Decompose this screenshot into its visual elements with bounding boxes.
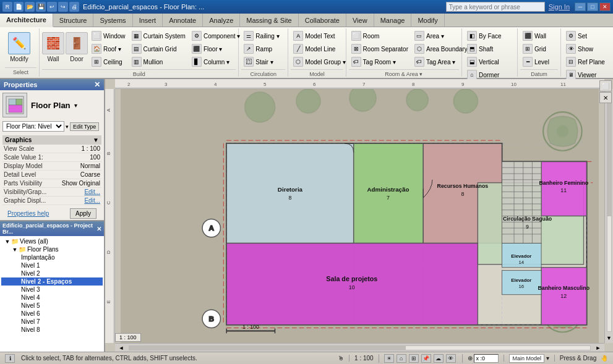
canvas-hscroll[interactable]: ◄ ► [115, 343, 604, 352]
save-icon[interactable]: 💾 [36, 2, 46, 12]
home-icon[interactable]: ⌂ [397, 354, 406, 363]
tab-modify[interactable]: Modify [411, 14, 444, 27]
open-icon[interactable]: 📂 [25, 2, 35, 12]
tag-area-button[interactable]: 🏷Tag Area ▾ [412, 56, 470, 68]
vscroll-down-button[interactable]: ▼ [605, 333, 613, 343]
level-button[interactable]: ━Level [520, 56, 552, 68]
canvas-vscroll[interactable]: ▲ ▼ [604, 89, 613, 343]
hscroll-track[interactable] [129, 345, 591, 350]
tree-item-views-all[interactable]: ▼ 📁 Views (all) [1, 237, 103, 245]
detail-level-value[interactable]: Coarse [80, 171, 100, 178]
grid-button[interactable]: ⊞Grid [520, 43, 552, 55]
room-button[interactable]: ⬜Room [349, 30, 411, 42]
canvas-area[interactable]: 2 3 4 5 6 7 8 9 10 11 A B C D E [105, 79, 613, 352]
tree-item-floor-plans[interactable]: ▼ 📁 Floor Plans [1, 245, 103, 253]
undo-icon[interactable]: ↩ [47, 2, 57, 12]
show-button[interactable]: 👁Show [564, 43, 607, 55]
properties-help-link[interactable]: Properties help [5, 209, 51, 218]
floor-plan-svg[interactable]: Diretoria 8 Administração 7 Recursos Hum… [115, 89, 604, 343]
hscroll-thumb[interactable] [129, 346, 406, 350]
tree-item-nivel3[interactable]: Nivel 3 [1, 286, 103, 294]
floor-plan-selector[interactable]: Floor Plan: Nivel 2 ▾ Edit Type [2, 121, 101, 132]
tab-insert[interactable]: Insert [133, 14, 163, 27]
tab-analyze[interactable]: Analyze [203, 14, 240, 27]
view-scale-value[interactable]: 1 : 100 [81, 145, 100, 152]
column-button[interactable]: ▊Column ▾ [189, 56, 242, 68]
floor-plan-select[interactable]: Floor Plan: Nivel 2 [2, 121, 64, 132]
mullion-button[interactable]: ▥Mullion [129, 56, 188, 68]
apply-button[interactable]: Apply [70, 208, 96, 219]
hscroll-left-button[interactable]: ◄ [115, 345, 127, 351]
tree-item-nivel7[interactable]: Nivel 7 [1, 318, 103, 326]
set-button[interactable]: ⚙Set [564, 30, 607, 42]
tree-item-nivel5[interactable]: Nivel 5 [1, 302, 103, 310]
by-face-button[interactable]: ◧By Face [465, 30, 504, 42]
scale-value-value[interactable]: 100 [90, 154, 100, 161]
model-dropdown-icon[interactable]: ▾ [546, 355, 549, 362]
ceiling-button[interactable]: ⊞Ceiling [89, 56, 128, 68]
cloud-icon[interactable]: ☁ [434, 354, 444, 363]
maximize-button[interactable]: □ [587, 2, 598, 11]
hscroll-right-button[interactable]: ► [592, 345, 604, 351]
eye-icon[interactable]: 👁 [446, 354, 456, 363]
close-view-button[interactable]: ✕ [599, 92, 612, 103]
new-icon[interactable]: 📄 [14, 2, 24, 12]
print-icon[interactable]: 🖨 [69, 2, 79, 12]
tree-item-implantacao[interactable]: Implantação [1, 253, 103, 261]
views-toggle[interactable]: ▼ [4, 239, 11, 245]
curtain-system-button[interactable]: ▦Curtain System [129, 30, 188, 42]
component-button[interactable]: ⚙Component ▾ [189, 30, 242, 42]
model-icon[interactable]: ⊞ [409, 354, 419, 363]
curtain-grid-button[interactable]: ▤Curtain Grid [129, 43, 188, 55]
modify-button[interactable]: ✏️ Modify [5, 30, 33, 64]
stair-button[interactable]: ⿵Stair ▾ [241, 56, 281, 68]
redo-icon[interactable]: ↪ [58, 2, 68, 12]
view-maximize-button[interactable]: ⬜ [599, 80, 612, 91]
edit-type-button[interactable]: Edit Type [70, 122, 99, 131]
area-button[interactable]: ▭Area ▾ [412, 30, 470, 42]
tree-item-nivel8[interactable]: Nivel 8 [1, 326, 103, 334]
vertical-button[interactable]: ⬓Vertical [465, 56, 504, 68]
model-group-button[interactable]: ⬡Model Group ▾ [291, 56, 348, 68]
window-button[interactable]: ⬜Window [89, 30, 128, 42]
minimize-button[interactable]: ─ [575, 2, 586, 11]
room-separator-button[interactable]: ⊠Room Separator [349, 43, 411, 55]
ramp-button[interactable]: ↗Ramp [241, 43, 281, 55]
model-text-button[interactable]: AModel Text [291, 30, 348, 42]
graphic-edit-link[interactable]: Edit... [84, 197, 100, 204]
railing-button[interactable]: ⚌Railing ▾ [241, 30, 281, 42]
x-coord-input[interactable] [474, 354, 499, 363]
close-button[interactable]: ✕ [599, 2, 611, 11]
tab-view[interactable]: View [346, 14, 374, 27]
tab-manage[interactable]: Manage [374, 14, 412, 27]
wall-button[interactable]: 🧱 Wall [42, 30, 64, 64]
tab-architecture[interactable]: Architecture [0, 14, 53, 27]
ref-plane-button[interactable]: ⊟Ref Plane [564, 56, 607, 68]
project-browser-close-button[interactable]: ✕ [96, 226, 101, 232]
parts-visibility-value[interactable]: Show Original [62, 180, 100, 187]
search-input[interactable] [446, 2, 545, 12]
door-button[interactable]: 🚪 Door [66, 30, 88, 64]
area-boundary-button[interactable]: ⬡Area Boundary [412, 43, 470, 55]
tab-systems[interactable]: Systems [93, 14, 132, 27]
tag-room-button[interactable]: 🏷Tag Room ▾ [349, 56, 411, 68]
graphics-section-header[interactable]: Graphics ▼ [2, 135, 101, 145]
tab-annotate[interactable]: Annotate [163, 14, 203, 27]
tree-item-nivel1[interactable]: Nivel 1 [1, 261, 103, 269]
tab-structure[interactable]: Structure [53, 14, 94, 27]
vscroll-thumb[interactable] [607, 101, 611, 216]
tree-item-nivel2-espacos[interactable]: Nivel 2 - Espaços [1, 277, 103, 286]
visibility-edit-link[interactable]: Edit... [84, 188, 100, 195]
shaft-button[interactable]: ⬒Shaft [465, 43, 504, 55]
roof-button[interactable]: 🏠Roof ▾ [89, 43, 128, 55]
datum-wall-button[interactable]: ⬛Wall [520, 30, 552, 42]
model-line-button[interactable]: ╱Model Line [291, 43, 348, 55]
floor-button[interactable]: ⬛Floor ▾ [189, 43, 242, 55]
tab-collaborate[interactable]: Collaborate [299, 14, 346, 27]
tree-item-nivel6[interactable]: Nivel 6 [1, 310, 103, 318]
properties-close-button[interactable]: ✕ [94, 80, 100, 89]
pin-icon[interactable]: 📌 [421, 354, 431, 363]
vscroll-track[interactable] [607, 100, 612, 332]
display-model-value[interactable]: Normal [80, 163, 100, 169]
signin-link[interactable]: Sign In [549, 3, 570, 11]
